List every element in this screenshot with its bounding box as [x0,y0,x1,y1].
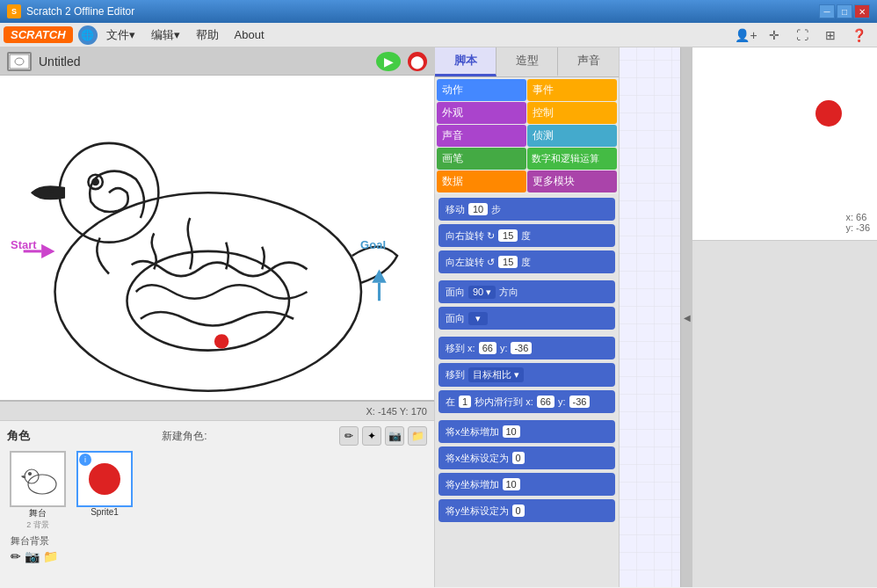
block-glide[interactable]: 在 1 秒内滑行到 x: 66 y: -36 [438,390,615,413]
stage-sprite-item[interactable]: 舞台 2 背景 [7,451,69,531]
svg-marker-9 [41,244,54,258]
goto-y-label: y: [500,343,508,353]
stage-canvas: Start Goal [0,76,434,401]
block-set-y[interactable]: 将y坐标设定为 0 [438,499,615,522]
tab-sounds[interactable]: 声音 [558,47,619,76]
block-set-x-value[interactable]: 0 [512,452,525,464]
help-icon[interactable]: ❓ [847,24,870,47]
block-face-dir[interactable]: 面向 90 ▾ 方向 [438,280,615,303]
cat-control[interactable]: 控制 [527,102,617,124]
right-panel: ◀ x: 66 y: -36 [620,47,877,587]
block-turn-left[interactable]: 向左旋转 ↺ 15 度 [438,250,615,273]
cat-sensing[interactable]: 侦测 [527,125,617,147]
help-menu[interactable]: 帮助 [189,25,226,46]
block-move-label: 移动 [446,203,465,216]
turn-left-suffix: 度 [521,256,531,269]
sprite-info-badge[interactable]: i [79,454,91,466]
block-face-target-value[interactable]: ▾ [468,312,488,325]
svg-point-8 [214,334,228,348]
about-menu[interactable]: About [228,25,272,44]
glide-y-label: y: [558,396,566,407]
face-target-label: 面向 [446,312,465,325]
change-x-label: 将x坐标增加 [446,425,499,439]
upload-sprite-button[interactable]: 📁 [408,426,427,446]
goto-target-label: 移到 [446,368,465,381]
presentation-icon[interactable]: ⊞ [819,24,842,47]
block-face-dir-value[interactable]: 90 ▾ [468,286,496,299]
block-change-y-value[interactable]: 10 [503,478,520,490]
green-flag-button[interactable]: ▶ [376,52,401,71]
sprite-tools: ✏ ✦ 📷 📁 [339,426,427,446]
stage-name: 舞台 [29,507,47,519]
block-change-x-value[interactable]: 10 [503,425,520,438]
stop-button[interactable]: ⬤ [408,52,427,71]
block-set-y-value[interactable]: 0 [512,505,525,517]
block-move-value[interactable]: 10 [468,203,488,215]
backdrop-camera-icon[interactable]: 📷 [25,549,40,563]
block-goto-xy[interactable]: 移到 x: 66 y: -36 [438,337,615,359]
backdrop-paint-icon[interactable]: ✏ [11,549,21,563]
svg-point-4 [127,251,290,351]
block-turn-left-value[interactable]: 15 [498,256,518,268]
sprite1-item[interactable]: i Sprite1 [74,451,135,531]
cat-sound[interactable]: 声音 [437,125,526,147]
edit-menu[interactable]: 编辑▾ [144,25,187,46]
block-goto-target[interactable]: 移到 目标相比 ▾ [438,363,615,387]
block-turn-right[interactable]: 向右旋转 ↻ 15 度 [438,224,615,247]
cat-operators[interactable]: 数字和逻辑运算 [527,148,617,170]
sprite-panel: 角色 新建角色: ✏ ✦ 📷 📁 [0,420,434,587]
turn-right-suffix: 度 [521,229,531,243]
turn-left-label: 向左旋转 ↺ [446,256,495,269]
fullscreen-icon[interactable]: ⛶ [791,24,814,47]
svg-rect-0 [10,54,29,69]
close-button[interactable]: ✕ [854,4,870,18]
expand-panel-button[interactable]: ◀ [680,47,692,587]
project-title[interactable]: Untitled [39,54,369,69]
cat-looks[interactable]: 外观 [437,102,526,124]
preview-sprite-dot [815,100,842,127]
toolbar-icons: 👤+ ✛ ⛶ ⊞ ❓ [735,24,870,47]
maximize-button[interactable]: □ [837,4,852,18]
tab-costumes[interactable]: 造型 [496,47,558,76]
backdrop-upload-icon[interactable]: 📁 [43,549,58,563]
pick-random-button[interactable]: ✦ [362,426,381,446]
script-editor[interactable] [620,47,680,587]
stamp-icon[interactable]: ✛ [763,24,786,47]
block-goto-y[interactable]: -36 [511,342,532,354]
block-set-x[interactable]: 将x坐标设定为 0 [438,446,615,469]
cat-events[interactable]: 事件 [527,79,617,101]
block-glide-y[interactable]: -36 [569,396,591,408]
stage-thumb [10,451,66,507]
preview-canvas: x: 66 y: -36 [692,47,877,241]
sprite-panel-title: 角色 [7,428,30,444]
paint-sprite-button[interactable]: ✏ [339,426,359,446]
block-turn-right-value[interactable]: 15 [498,229,518,242]
tab-scripts[interactable]: 脚本 [435,47,496,76]
block-face-target[interactable]: 面向 ▾ [438,307,615,330]
scratch-logo: SCRATCH [4,26,73,43]
block-move[interactable]: 移动 10 步 [438,198,615,221]
cat-motion[interactable]: 动作 [437,79,526,101]
block-glide-x[interactable]: 66 [537,396,554,408]
cat-pen[interactable]: 画笔 [437,148,526,170]
block-change-x[interactable]: 将x坐标增加 10 [438,420,615,443]
file-menu[interactable]: 文件▾ [99,25,142,46]
block-goto-x[interactable]: 66 [479,342,496,354]
titlebar: S Scratch 2 Offline Editor ─ □ ✕ [0,0,877,23]
camera-sprite-button[interactable]: 📷 [385,426,404,446]
title-text: Scratch 2 Offline Editor [26,5,134,18]
svg-point-7 [48,188,52,192]
svg-point-13 [25,469,39,483]
block-goto-target-value[interactable]: 目标相比 ▾ [468,367,524,382]
block-glide-secs[interactable]: 1 [459,396,471,408]
minimize-button[interactable]: ─ [819,4,835,18]
language-button[interactable]: 🌐 [78,25,98,45]
svg-point-15 [29,473,32,475]
cat-more-blocks[interactable]: 更多模块 [527,171,617,192]
add-sprite-icon[interactable]: 👤+ [735,24,757,47]
goal-label: Goal [360,238,386,251]
app-icon: S [7,4,21,18]
cat-data[interactable]: 数据 [437,171,526,192]
sprite1-name: Sprite1 [91,507,119,517]
block-change-y[interactable]: 将y坐标增加 10 [438,473,615,496]
